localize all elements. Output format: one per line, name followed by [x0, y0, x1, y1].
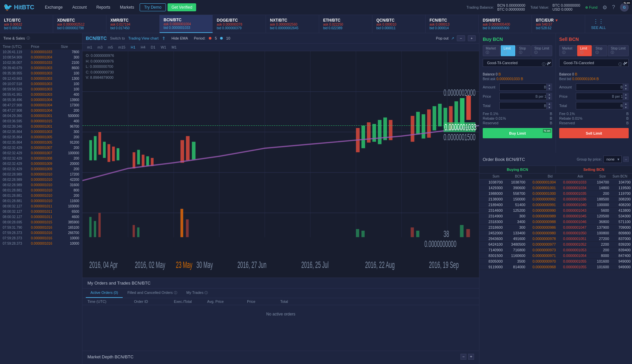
buy-limit-tab[interactable]: Limit ⓘ [501, 45, 515, 56]
time-sales-row[interactable]: 09:12:43.6630.00000010031300 [0, 76, 82, 81]
tf-m1[interactable]: m1 [86, 45, 93, 50]
ticker-nxt-btc[interactable]: NXT/BTC ask 0.0000002560 bid 0.000000026… [266, 15, 319, 33]
ob-row[interactable]: 9119000 814000 0.0000000968 0.0000001055… [479, 264, 632, 270]
time-sales-row[interactable]: 09:35:38.9550.0000001003100 [0, 71, 82, 76]
ob-row[interactable]: 2314600 125200 0.0000000990 0.0000001043… [479, 208, 632, 213]
nav-exchange[interactable]: Exchange [41, 3, 66, 11]
buy-price-up[interactable]: ▲ [546, 93, 552, 96]
buy-total-up[interactable]: ▲ [546, 102, 552, 106]
ob-row[interactable]: 2318600 300 0.0000000986 0.0000001047 13… [479, 225, 632, 230]
ob-row[interactable]: 2189400 51400 0.0000000991 0.0000001040 … [479, 202, 632, 208]
sell-price-down[interactable]: ▼ [623, 96, 629, 100]
sell-limit-tab[interactable]: Limit ⓘ [577, 45, 592, 56]
time-sales-row[interactable]: 08:00:32.1270.00000010116500 [0, 209, 82, 214]
buy-total-down[interactable]: ▼ [546, 106, 552, 109]
sell-stop-tab[interactable]: Stop ⓘ [592, 45, 607, 56]
sell-limit-button[interactable]: Sell Limit % on [559, 128, 629, 138]
time-sales-row[interactable]: 07:59:28.3730.0000001016266700 [0, 230, 82, 236]
ob-row[interactable]: 1988000 558700 0.0000001000 0.0000001035… [479, 191, 632, 196]
ob-row[interactable]: 1038700 1038700 0.0000001004 0.000000103… [479, 180, 632, 185]
time-sales-row[interactable]: 08:55:41.9510.0000001003400 [0, 92, 82, 97]
ob-row[interactable]: 7140900 716800 0.0000000973 0.0000001053… [479, 247, 632, 253]
buy-stop-tab[interactable]: Stop ⓘ [516, 45, 531, 56]
buy-limit-button[interactable]: Buy Limit % on [483, 128, 552, 138]
help-icon[interactable]: ? [612, 4, 615, 10]
time-sales-row[interactable]: 08:02:39.3460.000000100196700 [0, 124, 82, 129]
sell-stop-limit-tab[interactable]: Stop Limit ⓘ [608, 45, 629, 56]
tf-m3[interactable]: m3 [96, 45, 104, 50]
fund-button[interactable]: ⊕ Fund [585, 5, 597, 10]
buy-market-tab[interactable]: Market ⓘ [483, 45, 500, 56]
time-sales-row[interactable]: 08:47:27.9080.0000001004200 [0, 108, 82, 113]
time-sales-row[interactable]: 07:59:28.3730.000000101610000 [0, 236, 82, 241]
tf-w1[interactable]: W1 [159, 45, 168, 50]
time-sales-row[interactable]: 08:03:36.5950.0000001015400 [0, 119, 82, 124]
see-all-button[interactable]: ⋮⋮ SEE ALL [585, 15, 612, 33]
time-sales-row[interactable]: 09:10:07.5180.0000001003100 [0, 81, 82, 87]
ob-row[interactable]: 1429300 390600 0.0000001001 0.0000001034… [479, 185, 632, 191]
ob-row[interactable]: 2452000 133400 0.0000000980 0.0000001050… [479, 230, 632, 236]
time-sales-row[interactable]: 07:59:28.3730.000000101610000 [0, 241, 82, 246]
sell-total-up[interactable]: ▲ [623, 102, 629, 106]
sell-total-down[interactable]: ▼ [623, 106, 629, 109]
nav-reports[interactable]: Reports [92, 3, 114, 11]
tf-m5[interactable]: m5 [107, 45, 114, 50]
ticker-btc-eur[interactable]: BTC/EUR ▼ ask 540.57 bid 528.62 [532, 15, 585, 33]
time-sales-row[interactable]: 10:02:36.0070.00000010332100 [0, 60, 82, 65]
time-sales-row[interactable]: 08:01:28.8810.0000001010800 [0, 188, 82, 193]
logo[interactable]: 🐦 HitBTC [3, 3, 34, 12]
ob-row[interactable]: 8301500 1160600 0.0000000971 0.000000105… [479, 253, 632, 259]
ticker-xdn-btc[interactable]: XDN/BTC ask 0.0000002512 bid 0.000000279… [53, 15, 106, 33]
time-sales-row[interactable]: 08:02:28.9890.000000101031600 [0, 182, 82, 188]
sell-market-tab[interactable]: Market ⓘ [559, 45, 576, 56]
time-sales-row[interactable]: 08:01:28.8810.000000101011600 [0, 198, 82, 204]
time-sales-row[interactable]: 08:02:32.4290.0000001007200 [0, 145, 82, 151]
time-sales-row[interactable]: 08:02:32.4290.000000100920000 [0, 161, 82, 167]
time-sales-row[interactable]: 08:47:27.9080.000000100417300 [0, 103, 82, 108]
group-select[interactable]: none [603, 156, 622, 163]
hide-ema-text[interactable]: Hide EMA [172, 36, 188, 40]
time-sales-row[interactable]: 08:02:32.4290.0000001008200 [0, 156, 82, 161]
buy-amount-down[interactable]: ▼ [546, 87, 552, 91]
maximize-btn[interactable]: + [468, 35, 476, 41]
time-sales-row[interactable]: 08:02:32.4290.0000001007100000 [0, 151, 82, 156]
time-sales-row[interactable]: 08:59:58.5290.0000001003100 [0, 87, 82, 92]
time-sales-row[interactable]: 08:02:35.8640.000000100591200 [0, 140, 82, 145]
filled-cancelled-tab[interactable]: Filled and Cancelled Orders ⓘ [123, 289, 182, 298]
time-sales-row[interactable]: 08:02:35.8640.0000001005200 [0, 135, 82, 140]
sell-price-up[interactable]: ▲ [623, 93, 629, 96]
try-demo-button[interactable]: Try Demo [140, 3, 166, 11]
ticker-xmr-btc[interactable]: XMR/BTC ask 0.017194 bid 0.017450 [106, 15, 160, 33]
time-sales-row[interactable]: 08:02:28.9890.000000101017200 [0, 172, 82, 177]
ticker-doge-btc[interactable]: DOGE/BTC ask 0.000000378 bid 0.000000379 [213, 15, 266, 33]
time-sales-row[interactable]: 07:59:31.7900.0000001016165100 [0, 225, 82, 230]
ticker-qcn-btc[interactable]: QCN/BTC ask 0.000010 bid 0.000011 [372, 15, 426, 33]
ob-row[interactable]: 2138000 150000 0.0000000992 0.0000001036… [479, 196, 632, 202]
tf-h1[interactable]: H1 [129, 45, 137, 50]
active-orders-tab[interactable]: Active Orders (0) [86, 289, 123, 298]
pop-out-text[interactable]: Pop out [436, 36, 448, 40]
ob-row[interactable]: 8305000 3500 0.0000000970 0.0000001055 1… [479, 259, 632, 264]
minimize-btn[interactable]: − [457, 35, 465, 41]
time-sales-row[interactable]: 08:55:38.4960.000000100413900 [0, 97, 82, 103]
period-1[interactable]: 5 [215, 36, 217, 40]
sell-amount-down[interactable]: ▼ [623, 87, 629, 91]
nav-account[interactable]: Account [68, 3, 90, 11]
time-sales-row[interactable]: 08:01:28.8810.0000001010200 [0, 193, 82, 198]
tf-h4[interactable]: H4 [139, 45, 147, 50]
ticker-ltc-btc[interactable]: LTC/BTC ask 0.00632 bid 0.00634 [0, 15, 53, 33]
period-2[interactable]: 10 [226, 36, 230, 40]
buy-amount-up[interactable]: ▲ [546, 83, 552, 87]
ticker-eth-btc[interactable]: ETH/BTC ask 0.022250 bid 0.022389 [319, 15, 372, 33]
market-depth-expand[interactable]: + [468, 354, 474, 360]
buy-stop-limit-tab[interactable]: Stop Limit ⓘ [531, 45, 552, 56]
tf-m15[interactable]: m15 [117, 45, 127, 50]
market-depth-minimize[interactable]: − [460, 354, 466, 360]
ticker-dsh-btc[interactable]: DSH/BTC ask 0.0000005400 bid 0.000000590… [479, 15, 532, 33]
ticker-fcn-btc[interactable]: FCN/BTC ask 0.000013 bid 0.000014 [426, 15, 479, 33]
buy-price-down[interactable]: ▼ [546, 96, 552, 100]
time-sales-row[interactable]: 08:00:32.1270.00000010114600 [0, 214, 82, 220]
ticker-bcn-btc[interactable]: BCN/BTC ask 0.0000001004 bid 0.000000103… [160, 15, 213, 33]
time-sales-row[interactable]: 08:00:28.6950.0000001015385900 [0, 220, 82, 225]
settings-icon[interactable]: ⚙ [602, 4, 607, 11]
